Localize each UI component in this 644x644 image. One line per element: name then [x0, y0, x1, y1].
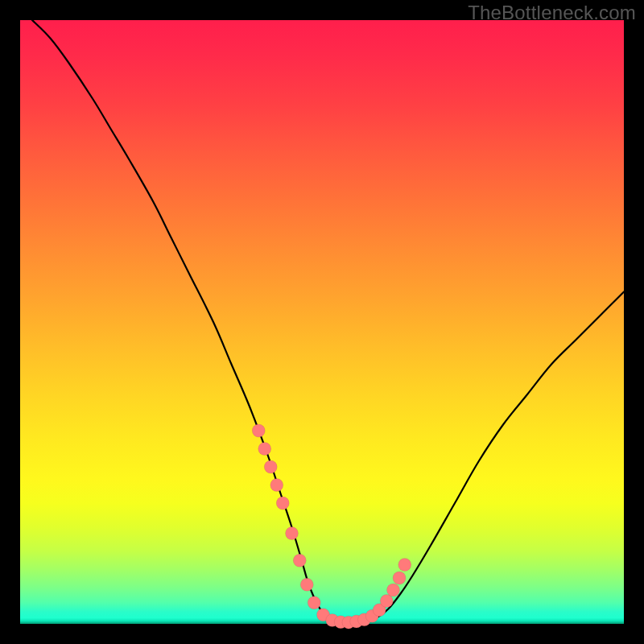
data-marker [286, 527, 299, 540]
bottleneck-curve [32, 20, 624, 623]
chart-svg [20, 20, 624, 624]
data-marker [270, 479, 283, 492]
data-marker [258, 443, 271, 456]
data-marker [308, 597, 320, 609]
data-marker [393, 572, 406, 584]
chart-frame: TheBottleneck.com [0, 0, 644, 644]
data-marker [300, 578, 313, 591]
data-marker [387, 584, 400, 597]
data-marker [398, 559, 411, 572]
data-marker [293, 554, 306, 567]
data-marker [380, 595, 393, 608]
plot-area [20, 20, 624, 624]
data-marker [276, 497, 289, 510]
marker-group [252, 424, 411, 629]
data-marker [252, 424, 265, 437]
data-marker [264, 460, 277, 473]
